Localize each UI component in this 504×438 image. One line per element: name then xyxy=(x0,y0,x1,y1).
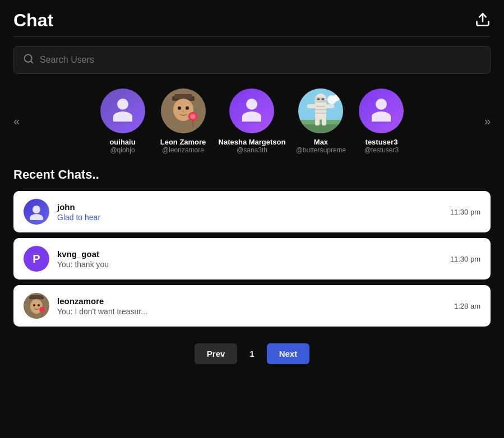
svg-point-26 xyxy=(318,99,320,100)
svg-rect-34 xyxy=(322,119,326,125)
chat-content: leonzamore You: I don't want treasur... xyxy=(57,296,448,316)
chat-time: 11:30 pm xyxy=(450,255,480,263)
avatar xyxy=(24,199,49,225)
pagination: Prev 1 Next xyxy=(0,327,504,375)
user-handle: @buttersupreme xyxy=(296,146,346,154)
user-item[interactable]: Max @buttersupreme xyxy=(295,88,346,154)
chat-content: john Glad to hear xyxy=(57,202,445,222)
prev-users-arrow[interactable]: « xyxy=(9,115,24,128)
avatar xyxy=(359,88,404,133)
users-list: ouihaiu @qiohjo xyxy=(24,88,480,154)
user-name: Max xyxy=(314,138,328,146)
svg-point-36 xyxy=(30,214,43,220)
user-item[interactable]: testuser3 @testuser3 xyxy=(356,88,406,154)
chat-username: john xyxy=(57,202,445,212)
svg-point-18 xyxy=(333,95,340,101)
chat-username: kvng_goat xyxy=(57,249,445,259)
chat-list: john Glad to hear 11:30 pm P kvng_goat Y… xyxy=(0,191,504,327)
search-icon xyxy=(23,53,34,67)
svg-point-35 xyxy=(33,206,40,213)
user-item[interactable]: Leon Zamore @leonzamore xyxy=(158,88,209,154)
chat-time: 11:30 pm xyxy=(450,208,480,216)
svg-rect-16 xyxy=(298,120,343,124)
header-divider xyxy=(13,36,491,37)
chat-message: You: I don't want treasur... xyxy=(57,307,448,316)
user-handle: @qiohjo xyxy=(110,146,135,154)
svg-point-7 xyxy=(178,106,181,110)
svg-rect-13 xyxy=(175,121,191,129)
svg-point-43 xyxy=(39,307,45,313)
svg-point-41 xyxy=(33,304,35,306)
svg-point-11 xyxy=(190,114,196,119)
chat-username: leonzamore xyxy=(57,296,448,306)
next-button[interactable]: Next xyxy=(267,343,310,364)
person-icon xyxy=(239,99,264,123)
prev-button[interactable]: Prev xyxy=(195,343,238,364)
search-bar[interactable] xyxy=(13,46,491,74)
header: Chat xyxy=(0,0,504,36)
avatar: P xyxy=(24,246,49,272)
svg-rect-33 xyxy=(315,119,320,125)
svg-rect-31 xyxy=(307,104,316,108)
user-name: Leon Zamore xyxy=(160,138,206,146)
page-number: 1 xyxy=(242,343,262,364)
svg-rect-32 xyxy=(325,104,334,108)
svg-point-9 xyxy=(182,110,184,113)
user-handle: @leonzamore xyxy=(162,146,204,154)
user-name: Natesha Margetson xyxy=(219,138,286,146)
avatar xyxy=(100,88,145,133)
svg-rect-5 xyxy=(174,94,192,99)
chat-message: Glad to hear xyxy=(57,213,445,222)
svg-rect-39 xyxy=(30,295,43,299)
avatar xyxy=(161,88,206,133)
export-icon[interactable] xyxy=(475,12,491,30)
user-handle: @testuser3 xyxy=(364,146,399,154)
next-users-arrow[interactable]: » xyxy=(480,115,495,128)
users-section: « ouihaiu @qiohjo xyxy=(0,83,504,165)
user-name: ouihaiu xyxy=(109,138,135,146)
avatar xyxy=(24,293,49,319)
chat-content: kvng_goat You: thank you xyxy=(57,249,445,269)
user-item[interactable]: Natesha Margetson @sana3th xyxy=(219,88,286,154)
svg-point-8 xyxy=(186,106,189,110)
recent-chats-title: Recent Chats.. xyxy=(0,165,504,191)
chat-item[interactable]: P kvng_goat You: thank you 11:30 pm xyxy=(13,238,491,279)
chat-item[interactable]: john Glad to hear 11:30 pm xyxy=(13,191,491,232)
chat-time: 1:28 am xyxy=(454,302,480,310)
avatar xyxy=(229,88,274,133)
user-item[interactable]: ouihaiu @qiohjo xyxy=(98,88,148,154)
person-icon xyxy=(369,99,394,123)
user-name: testuser3 xyxy=(366,138,398,146)
chat-message: You: thank you xyxy=(57,260,445,269)
page-title: Chat xyxy=(13,10,53,31)
svg-line-2 xyxy=(31,61,33,63)
svg-point-42 xyxy=(38,304,40,306)
search-input[interactable] xyxy=(40,55,481,65)
chat-item[interactable]: leonzamore You: I don't want treasur... … xyxy=(13,285,491,327)
svg-point-27 xyxy=(322,99,324,100)
avatar xyxy=(298,88,343,133)
person-icon xyxy=(110,99,135,123)
user-handle: @sana3th xyxy=(237,146,267,154)
